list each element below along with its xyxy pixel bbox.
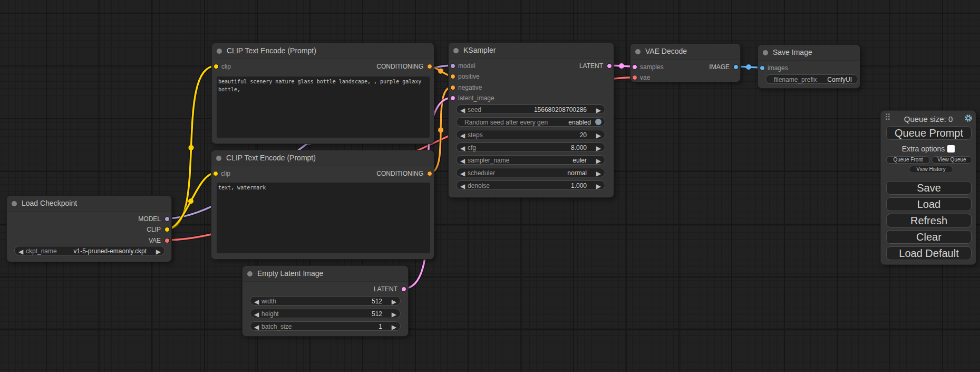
view-queue-button[interactable]: View Queue — [932, 156, 972, 164]
increment-arrow-icon[interactable]: ▶ — [596, 106, 601, 115]
output-port-LATENT[interactable] — [401, 287, 406, 292]
refresh-button[interactable]: Refresh — [886, 214, 972, 227]
widget-batch_size[interactable]: ◀▶batch_size1 — [250, 321, 401, 331]
increment-arrow-icon[interactable]: ▶ — [596, 144, 601, 152]
increment-arrow-icon[interactable]: ▶ — [596, 169, 601, 178]
increment-arrow-icon[interactable]: ▶ — [156, 247, 161, 256]
node-vae-decode[interactable]: VAE DecodesamplesvaeIMAGE — [630, 43, 741, 82]
decrement-arrow-icon[interactable]: ◀ — [460, 157, 465, 165]
output-label: VAE — [149, 237, 161, 244]
output-port-LATENT[interactable] — [607, 63, 612, 69]
node-header[interactable]: Save Image — [758, 45, 860, 61]
decrement-arrow-icon[interactable]: ◀ — [254, 298, 259, 306]
node-save-image[interactable]: Save Imageimagesfilename_prefixComfyUI — [758, 44, 860, 89]
view-history-button[interactable]: View History — [909, 166, 953, 173]
widget-denoise[interactable]: ◀▶denoise1.000 — [456, 180, 605, 190]
output-label: LATENT — [374, 286, 397, 292]
toggle-knob[interactable] — [595, 119, 601, 125]
widget-value: 1 — [379, 322, 382, 331]
decrement-arrow-icon[interactable]: ◀ — [460, 131, 465, 140]
node-load-checkpoint[interactable]: Load CheckpointMODELCLIPVAE◀▶ckpt_namev1… — [6, 195, 172, 262]
widget-label: ckpt_name — [26, 247, 57, 255]
output-port-CLIP[interactable] — [164, 227, 170, 232]
decrement-arrow-icon[interactable]: ◀ — [460, 182, 465, 190]
widget-scheduler[interactable]: ◀▶schedulernormal — [456, 168, 605, 177]
output-port-MODEL[interactable] — [164, 216, 170, 222]
node-title: Empty Latent Image — [257, 266, 323, 281]
input-port-latent_image[interactable] — [450, 96, 455, 101]
input-port-clip[interactable] — [213, 171, 218, 176]
input-port-positive[interactable] — [450, 74, 455, 79]
widget-label: scheduler — [468, 169, 495, 177]
queue-front-button[interactable]: Queue Front — [886, 156, 930, 164]
decrement-arrow-icon[interactable]: ◀ — [460, 144, 465, 152]
widget-filename_prefix[interactable]: filename_prefixComfyUI — [765, 74, 858, 84]
input-port-images[interactable] — [760, 65, 765, 71]
load-button[interactable]: Load — [886, 197, 972, 211]
widget-ckpt_name[interactable]: ◀▶ckpt_namev1-5-pruned-emaonly.ckpt — [14, 246, 165, 255]
decrement-arrow-icon[interactable]: ◀ — [254, 310, 259, 319]
node-header[interactable]: VAE Decode — [630, 44, 740, 60]
increment-arrow-icon[interactable]: ▶ — [596, 157, 601, 165]
node-title: Load Checkpoint — [22, 196, 77, 211]
queue-prompt-button[interactable]: Queue Prompt — [886, 126, 972, 140]
extra-options-checkbox[interactable] — [947, 145, 955, 152]
widget-value: 512 — [372, 297, 382, 306]
collapse-dot-icon[interactable] — [635, 49, 641, 54]
queue-size-label: Queue size: 0 — [881, 115, 976, 123]
comfyui-canvas[interactable]: { "nodes": [ { "id": "load-checkpoint", … — [0, 0, 980, 372]
widget-width[interactable]: ◀▶width512 — [250, 296, 401, 306]
increment-arrow-icon[interactable]: ▶ — [596, 131, 601, 140]
input-port-samples[interactable] — [632, 64, 637, 70]
collapse-dot-icon[interactable] — [763, 50, 768, 55]
increment-arrow-icon[interactable]: ▶ — [392, 298, 396, 306]
widget-value: 1.000 — [571, 182, 587, 190]
link-dot-5 — [438, 127, 443, 132]
prompt-textarea[interactable]: beautiful scenery nature glass bottle la… — [217, 77, 430, 138]
node-header[interactable]: KSampler — [449, 43, 614, 59]
widget-steps[interactable]: ◀▶steps20 — [456, 130, 605, 139]
decrement-arrow-icon[interactable]: ◀ — [460, 106, 465, 115]
collapse-dot-icon[interactable] — [217, 49, 222, 54]
decrement-arrow-icon[interactable]: ◀ — [460, 169, 465, 178]
input-port-model[interactable] — [450, 63, 455, 69]
input-port-negative[interactable] — [450, 85, 455, 90]
node-clip-encode-negative[interactable]: CLIP Text Encode (Prompt)clipCONDITIONIN… — [211, 150, 434, 260]
widget-sampler_name[interactable]: ◀▶sampler_nameeuler — [456, 155, 605, 165]
collapse-dot-icon[interactable] — [453, 48, 459, 53]
input-label: vae — [640, 74, 650, 81]
output-port-VAE[interactable] — [164, 238, 170, 243]
decrement-arrow-icon[interactable]: ◀ — [254, 323, 259, 331]
node-ksampler[interactable]: KSamplermodelpositivenegativelatent_imag… — [448, 42, 614, 198]
output-port-CONDITIONING[interactable] — [427, 171, 432, 176]
input-port-vae[interactable] — [632, 75, 637, 80]
input-label: model — [458, 63, 476, 69]
widget-height[interactable]: ◀▶height512 — [250, 309, 401, 318]
save-button[interactable]: Save — [886, 181, 972, 195]
increment-arrow-icon[interactable]: ▶ — [392, 323, 396, 331]
collapse-dot-icon[interactable] — [216, 156, 221, 161]
widget-seed[interactable]: ◀▶seed156680208700286 — [456, 104, 605, 114]
clear-button[interactable]: Clear — [886, 230, 972, 244]
increment-arrow-icon[interactable]: ▶ — [596, 182, 601, 190]
input-port-clip[interactable] — [214, 64, 219, 69]
widget-Random seed after every gen[interactable]: Random seed after every genenabled — [456, 117, 605, 127]
widget-value: 20 — [580, 131, 587, 139]
increment-arrow-icon[interactable]: ▶ — [392, 310, 396, 319]
node-header[interactable]: Empty Latent Image — [242, 266, 408, 282]
prompt-textarea[interactable]: text, watermark — [217, 183, 430, 253]
gear-icon[interactable] — [964, 114, 973, 122]
node-header[interactable]: CLIP Text Encode (Prompt) — [211, 150, 434, 166]
widget-label: Random seed after every gen — [464, 118, 548, 127]
output-port-IMAGE[interactable] — [733, 64, 739, 70]
collapse-dot-icon[interactable] — [12, 201, 17, 206]
widget-cfg[interactable]: ◀▶cfg8.000 — [456, 142, 605, 152]
node-header[interactable]: CLIP Text Encode (Prompt) — [212, 43, 434, 59]
node-header[interactable]: Load Checkpoint — [7, 196, 171, 212]
decrement-arrow-icon[interactable]: ◀ — [18, 247, 23, 256]
collapse-dot-icon[interactable] — [247, 271, 253, 276]
output-port-CONDITIONING[interactable] — [427, 64, 432, 69]
node-empty-latent[interactable]: Empty Latent ImageLATENT◀▶width512◀▶heig… — [242, 265, 409, 337]
load-default-button[interactable]: Load Default — [886, 246, 972, 260]
node-clip-encode-positive[interactable]: CLIP Text Encode (Prompt)clipCONDITIONIN… — [211, 43, 434, 144]
